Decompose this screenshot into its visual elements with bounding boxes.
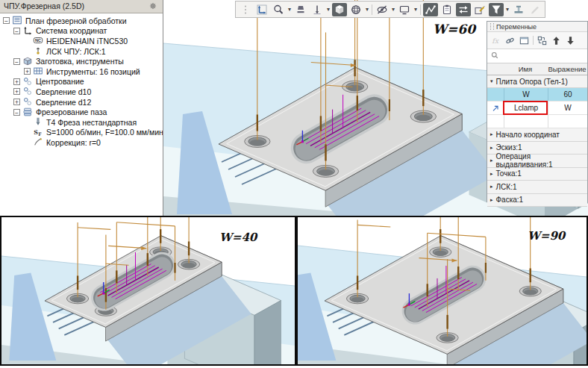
toolpath-button[interactable]: [423, 3, 438, 16]
tree-item-label: План фрезерной обработки: [25, 16, 127, 25]
collapse-icon[interactable]: −: [13, 28, 20, 34]
group-label: Операция выдавливания:1: [496, 152, 587, 169]
variable-expression-cell[interactable]: 60: [548, 88, 587, 101]
expand-icon[interactable]: +: [13, 78, 20, 85]
expand-icon[interactable]: +: [13, 88, 20, 95]
tree-item[interactable]: +Инструменты: 16 позиций: [0, 66, 163, 77]
window-button[interactable]: [518, 34, 531, 47]
panel-grip-icon[interactable]: [490, 23, 494, 30]
chevron-down-icon[interactable]: ▾: [413, 6, 419, 13]
axis-button[interactable]: [310, 3, 325, 16]
row-gutter: [487, 115, 504, 128]
variables-rows: ▾Плита Опора (Тел-1)W60LclampW▸Начало ко…: [487, 75, 587, 207]
application-window: ЧПУ.Фрезерная (2.5D) −План фрезерной обр…: [0, 0, 588, 368]
sphere-button[interactable]: [348, 3, 363, 16]
tree-item[interactable]: SFS=1000 об/мин, F=100.0 мм/мин: [0, 128, 163, 138]
bottom-right-3d-view[interactable]: W=90: [296, 216, 588, 366]
chevron-down-icon[interactable]: ▾: [390, 6, 396, 13]
tree-item[interactable]: ЛСК ЧПУ: ЛСК:1: [0, 46, 163, 57]
tree-item-label: Сверление d12: [36, 98, 91, 107]
variable-row[interactable]: LclampW: [487, 102, 587, 115]
deps-button[interactable]: [536, 34, 548, 47]
tree-item[interactable]: NCHEIDENHAIN iTNC530: [0, 36, 163, 46]
tree-title: ЧПУ.Фрезерная (2.5D): [4, 1, 84, 10]
chevron-down-icon[interactable]: ▾: [287, 6, 293, 13]
variable-row[interactable]: [487, 115, 587, 128]
zoom-button[interactable]: [271, 3, 286, 16]
csys-button[interactable]: [254, 3, 269, 16]
link-button[interactable]: [504, 34, 516, 47]
variables-group-collapsed[interactable]: ▸Операция выдавливания:1: [487, 155, 587, 168]
variables-group-expanded[interactable]: ▾Плита Опора (Тел-1): [487, 75, 587, 88]
collapse-icon[interactable]: −: [13, 109, 20, 116]
variable-expression-cell[interactable]: W: [548, 102, 587, 114]
bottom-left-view-label: W=40: [219, 231, 257, 244]
toolbar-separator: [420, 4, 421, 15]
chevron-down-icon[interactable]: ▾: [504, 6, 510, 13]
tree-item[interactable]: Коррекция: r=0: [0, 137, 163, 148]
tree-item[interactable]: −Заготовка, инструменты: [0, 56, 163, 66]
variables-group-collapsed[interactable]: ▸Начало координат: [487, 128, 587, 142]
variables-group-collapsed[interactable]: ▸Точка:1: [487, 168, 587, 181]
stock-icon: [22, 56, 34, 67]
collapse-icon[interactable]: −: [13, 58, 20, 65]
variable-name-cell[interactable]: W: [504, 88, 548, 101]
grip-handle: [238, 3, 253, 16]
fx-button[interactable]: fx: [490, 34, 502, 47]
lsk-icon: [33, 46, 44, 57]
variable-row[interactable]: W60: [487, 88, 587, 102]
triangle-right-icon: ▸: [490, 197, 493, 203]
tree-item-label: HEIDENHAIN iTNC530: [46, 37, 128, 46]
stamp-button[interactable]: [293, 3, 308, 16]
variable-expression-cell[interactable]: [548, 115, 587, 128]
triangle-right-icon: ▸: [490, 131, 493, 137]
tree-item[interactable]: −Система координат: [0, 26, 163, 37]
toolbar-separator: [372, 4, 372, 15]
bottom-left-3d-view[interactable]: W=40: [0, 216, 296, 366]
tree-item[interactable]: +Сверление d12: [0, 97, 163, 107]
down-button[interactable]: [564, 34, 577, 47]
variable-name-cell[interactable]: Lclamp: [504, 102, 548, 114]
tools-icon: [33, 66, 44, 77]
up-button[interactable]: [550, 34, 563, 47]
tree-item[interactable]: −План фрезерной обработки: [0, 16, 163, 26]
svg-text:NC: NC: [35, 39, 41, 43]
variables-group-collapsed[interactable]: ▸Фаска:1: [487, 194, 587, 208]
funnel-button[interactable]: [489, 3, 504, 16]
variables-toolbar: fx: [487, 32, 587, 49]
tree-title-bar: ЧПУ.Фрезерная (2.5D): [0, 0, 163, 13]
row-gutter: [487, 88, 504, 101]
tree-item[interactable]: T4 Фреза нестандартная: [0, 117, 163, 128]
tree-item-label: S=1000 об/мин, F=100.0 мм/мин: [46, 128, 163, 137]
variables-group-collapsed[interactable]: ▸ЛСК:1: [487, 181, 587, 194]
eye-off-button[interactable]: [375, 3, 390, 16]
variables-header: Переменные: [487, 22, 587, 32]
variables-search[interactable]: [487, 49, 587, 63]
gear-icon[interactable]: [148, 1, 158, 11]
chevron-down-icon[interactable]: ▾: [364, 6, 370, 13]
tree-item[interactable]: −Фрезерование паза: [0, 107, 163, 117]
machine-button[interactable]: [511, 3, 526, 16]
expand-icon[interactable]: +: [13, 99, 20, 105]
chevron-down-icon[interactable]: ▾: [325, 6, 331, 13]
tree-item[interactable]: +Центрование: [0, 77, 163, 87]
triangle-down-icon: ▾: [490, 78, 493, 84]
group-label: Начало координат: [496, 131, 560, 139]
tree-item-label: Коррекция: r=0: [46, 138, 101, 147]
machining-plan-tree: −План фрезерной обработки−Система коорди…: [0, 13, 163, 216]
collapse-icon[interactable]: −: [3, 17, 10, 24]
edit-box-button[interactable]: [472, 3, 487, 16]
variable-name-cell[interactable]: [504, 115, 548, 128]
tree-item-label: Фрезерование паза: [36, 107, 107, 116]
tree-item-label: Заготовка, инструменты: [36, 57, 124, 66]
clipboard-button[interactable]: [440, 3, 454, 16]
tree-item-label: ЛСК ЧПУ: ЛСК:1: [46, 47, 106, 56]
tree-item-label: T4 Фреза нестандартная: [46, 118, 137, 127]
pencil-button[interactable]: [528, 3, 542, 16]
expand-icon[interactable]: +: [24, 68, 31, 75]
main-view-label: W=60: [433, 22, 475, 37]
cube-button[interactable]: [332, 3, 347, 16]
screen-button[interactable]: [397, 3, 412, 16]
swap-button[interactable]: [456, 3, 471, 16]
tree-item[interactable]: +Сверление d10: [0, 87, 163, 97]
